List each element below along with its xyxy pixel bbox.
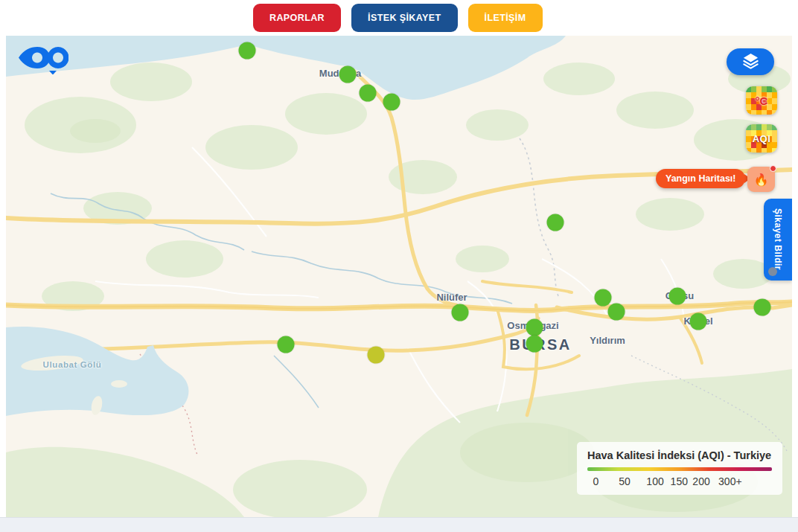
fire-map-tooltip-text: Yangın Haritası! <box>665 173 735 184</box>
aqi-station-marker[interactable] <box>669 288 686 305</box>
aqi-station-marker[interactable] <box>754 299 771 316</box>
map-label-nil-fer: Nilüfer <box>436 292 467 303</box>
aqi-station-marker[interactable] <box>547 214 564 231</box>
fire-map-tooltip: Yangın Haritası! <box>656 169 745 188</box>
aqi-station-marker[interactable] <box>608 304 625 321</box>
aqi-station-marker[interactable] <box>278 336 295 353</box>
legend-title: Hava Kalitesi İndeksi (AQI) - Turkiye <box>587 449 772 461</box>
notification-dot <box>770 165 776 172</box>
map-label-uluabat-g-l-: Uluabat Gölü <box>43 360 102 369</box>
aqi-heatmap-thumbnail <box>746 124 777 153</box>
aqi-station-marker[interactable] <box>526 336 543 353</box>
temperature-heatmap-thumbnail <box>746 86 777 115</box>
nav-buttons: RAPORLARİSTEK ŞİKAYETİLETİŞİM <box>253 4 543 32</box>
complaint-tab-label: Şikayet Bildir <box>773 208 783 270</box>
aqi-legend: Hava Kalitesi İndeksi (AQI) - Turkiye 05… <box>577 442 782 495</box>
legend-ticks: 050100150200300+ <box>587 475 772 488</box>
nav-button-iletisim[interactable]: İLETİŞİM <box>468 4 543 32</box>
complaint-tab-button[interactable]: Şikayet Bildir <box>764 199 792 281</box>
aqi-station-marker[interactable] <box>595 289 612 307</box>
map-label-y-ld-r-m: Yıldırım <box>590 335 625 346</box>
legend-tick: 50 <box>619 475 631 487</box>
nav-button-raporlar[interactable]: RAPORLAR <box>253 4 341 32</box>
layers-icon <box>742 52 759 71</box>
aqi-layer-button[interactable]: AQI <box>746 124 777 153</box>
layers-button[interactable] <box>727 48 774 75</box>
bottom-strip <box>0 517 798 532</box>
aqi-station-marker[interactable] <box>339 66 357 83</box>
temperature-layer-button[interactable]: °C <box>746 86 777 115</box>
legend-tick: 150 <box>671 475 688 487</box>
top-navigation: RAPORLARİSTEK ŞİKAYETİLETİŞİM <box>0 0 798 36</box>
legend-tick: 100 <box>646 475 663 487</box>
aqi-station-marker[interactable] <box>368 347 385 364</box>
legend-tick: 300+ <box>718 475 742 487</box>
aqi-gradient-bar <box>587 467 772 471</box>
fire-icon: 🔥 <box>754 173 769 187</box>
legend-tick: 0 <box>593 475 598 487</box>
fire-map-button[interactable]: 🔥 <box>747 167 775 192</box>
aqi-station-marker[interactable] <box>690 313 707 330</box>
site-logo <box>18 45 68 77</box>
legend-tick: 200 <box>692 475 709 487</box>
nav-button-istek-sikayet[interactable]: İSTEK ŞİKAYET <box>351 4 458 32</box>
aqi-station-marker[interactable] <box>239 42 256 60</box>
aqi-station-marker[interactable] <box>452 304 469 321</box>
drag-handle <box>768 267 777 276</box>
aqi-station-marker[interactable] <box>360 85 377 102</box>
map-canvas[interactable]: MudanyaNilüferOsmangaziBURSAYıldırımGürs… <box>6 36 792 517</box>
aqi-station-marker[interactable] <box>383 94 400 111</box>
aqi-station-marker[interactable] <box>526 319 543 336</box>
